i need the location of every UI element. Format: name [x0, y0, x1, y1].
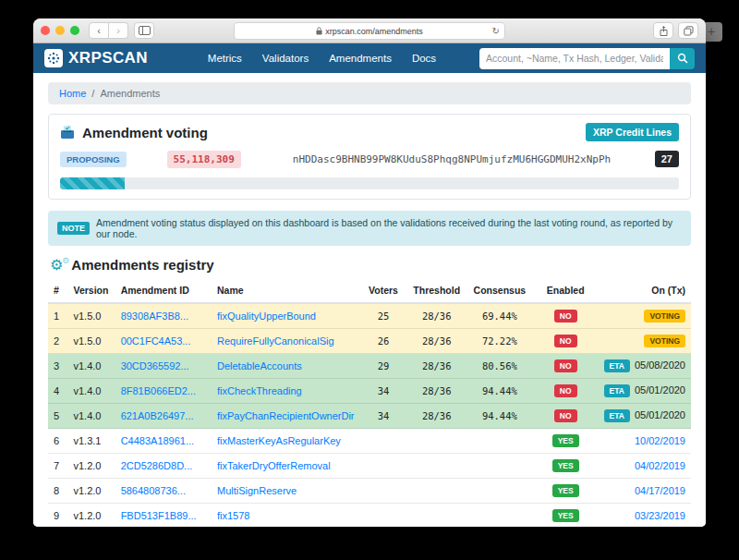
breadcrumb-separator: / [91, 88, 94, 99]
nav-item-validators[interactable]: Validators [262, 53, 309, 64]
row-enabled-cell: NO [533, 354, 599, 379]
row-on-tx-cell: VOTING [599, 329, 691, 354]
row-on-tx-cell: VOTING [599, 303, 691, 329]
eta-badge: ETA [604, 384, 630, 397]
validator-public-key[interactable]: nHDDasc9BHNB99PW8KUduS8Phqg8NPUmjufzMU6H… [293, 153, 611, 165]
note-alert: NOTE Amendment voting status displayed o… [48, 211, 691, 246]
row-name-cell: fixCheckThreading [212, 379, 360, 404]
tabs-icon [684, 26, 694, 36]
forward-button[interactable]: › [109, 22, 128, 39]
eta-badge: ETA [604, 409, 630, 422]
nav-item-metrics[interactable]: Metrics [208, 53, 242, 64]
amendment-name-link[interactable]: fixTakerDryOfferRemoval [217, 460, 331, 471]
amendment-count-badge: 27 [655, 151, 679, 167]
table-row: 7v1.2.02CD5286D8D...fixTakerDryOfferRemo… [48, 454, 691, 479]
amendment-id-link[interactable]: 30CD365592... [121, 360, 189, 371]
note-badge: NOTE [57, 222, 90, 235]
col-enabled: Enabled [533, 278, 599, 303]
row-number: 4 [48, 379, 68, 404]
row-number: 7 [48, 454, 68, 479]
row-consensus [466, 429, 533, 454]
enabled-tx-date-link[interactable]: 03/23/2019 [635, 510, 685, 521]
enabled-tx-date-link[interactable]: 10/02/2019 [635, 435, 685, 446]
col-number: # [48, 278, 68, 303]
amendment-name-link[interactable]: fixCheckThreading [217, 385, 302, 396]
note-text: Amendment voting status displayed on thi… [96, 217, 682, 239]
address-bar[interactable]: xrpscan.com/amendments ↻ [234, 22, 505, 40]
ledger-index-badge[interactable]: 55,118,309 [167, 151, 241, 168]
nav-item-docs[interactable]: Docs [412, 53, 436, 64]
row-version: v1.4.0 [68, 379, 115, 404]
enabled-badge: YES [552, 509, 579, 522]
row-amendment-id-cell: 621A0B26497... [115, 404, 212, 429]
amendment-id-link[interactable]: 8F81B066ED2... [121, 385, 196, 396]
amendment-name-link[interactable]: fixPayChanRecipientOwnerDir [217, 410, 355, 421]
enabled-badge: YES [552, 434, 579, 447]
share-icon [660, 26, 668, 36]
row-voters: 34 [360, 379, 407, 404]
row-name-cell: DeletableAccounts [212, 354, 360, 379]
table-row: 8v1.2.05864808736...MultiSignReserveYES0… [48, 479, 691, 504]
col-amendment-id: Amendment ID [115, 278, 212, 303]
reload-icon[interactable]: ↻ [492, 26, 500, 36]
row-consensus: 72.22% [466, 329, 533, 354]
row-threshold [406, 429, 466, 454]
row-voters [360, 479, 407, 504]
amendment-id-link[interactable]: 621A0B26497... [121, 410, 194, 421]
row-version: v1.4.0 [68, 354, 115, 379]
amendment-id-link[interactable]: 5864808736... [121, 485, 186, 496]
amendment-voting-card: Amendment voting XRP Credit Lines PROPOS… [48, 114, 691, 200]
search-group [479, 48, 695, 69]
amendment-id-link[interactable]: 00C1FC4A53... [121, 335, 191, 347]
search-input[interactable] [479, 48, 670, 69]
table-header-row: # Version Amendment ID Name Voters Thres… [48, 278, 691, 303]
row-version: v1.2.0 [68, 504, 115, 528]
minimize-window-button[interactable] [55, 26, 65, 35]
enabled-tx-date-link[interactable]: 04/17/2019 [635, 485, 685, 496]
amendment-id-link[interactable]: FBD513F1B89... [121, 510, 197, 521]
eta-badge: ETA [604, 359, 630, 372]
row-version: v1.5.0 [68, 303, 115, 329]
row-threshold [406, 479, 466, 504]
row-amendment-id-cell: FBD513F1B89... [115, 504, 212, 528]
row-name-cell: fixQualityUpperBound [212, 303, 360, 329]
ballot-box-icon [60, 125, 76, 140]
row-amendment-id-cell: 89308AF3B8... [115, 303, 212, 329]
enabled-badge: NO [554, 409, 577, 422]
enabled-badge: NO [554, 359, 577, 372]
row-amendment-id-cell: 30CD365592... [115, 354, 212, 379]
eta-date: 05/01/2020 [635, 409, 685, 420]
amendment-id-link[interactable]: C4483A18961... [121, 435, 195, 446]
row-version: v1.2.0 [68, 454, 115, 479]
amendment-id-link[interactable]: 2CD5286D8D... [121, 460, 193, 471]
amendment-name-link[interactable]: DeletableAccounts [217, 360, 302, 371]
sidebar-toggle-button[interactable] [134, 22, 154, 39]
row-number: 8 [48, 479, 68, 504]
share-button[interactable] [653, 22, 673, 39]
enabled-tx-date-link[interactable]: 04/02/2019 [635, 460, 685, 471]
row-threshold: 28/36 [406, 404, 466, 429]
search-button[interactable] [670, 48, 695, 69]
amendment-name-link[interactable]: fix1578 [217, 510, 249, 521]
amendment-name-link[interactable]: fixQualityUpperBound [217, 310, 316, 322]
row-on-tx-cell: 10/02/2019 [599, 429, 691, 454]
tab-overview-button[interactable] [678, 22, 698, 39]
registry-title: Amendments registry [71, 257, 213, 273]
row-number: 5 [48, 404, 68, 429]
nav-item-amendments[interactable]: Amendments [329, 53, 392, 64]
amendment-name-link[interactable]: fixMasterKeyAsRegularKey [217, 435, 341, 446]
zoom-window-button[interactable] [70, 26, 79, 35]
xrp-credit-lines-button[interactable]: XRP Credit Lines [586, 123, 679, 141]
close-window-button[interactable] [41, 26, 50, 35]
amendment-name-link[interactable]: RequireFullyCanonicalSig [217, 335, 334, 347]
row-voters [360, 454, 407, 479]
brand-logo[interactable]: XRPSCAN [44, 49, 148, 67]
voting-badge: VOTING [644, 335, 685, 347]
amendment-name-link[interactable]: MultiSignReserve [217, 485, 297, 496]
breadcrumb-home-link[interactable]: Home [59, 88, 86, 99]
table-row: 4v1.4.08F81B066ED2...fixCheckThreading34… [48, 379, 691, 404]
amendment-id-link[interactable]: 89308AF3B8... [121, 310, 188, 322]
back-button[interactable]: ‹ [89, 22, 109, 39]
row-enabled-cell: NO [533, 329, 599, 354]
page-content: Home / Amendments Amendment voting XRP C… [33, 73, 706, 527]
